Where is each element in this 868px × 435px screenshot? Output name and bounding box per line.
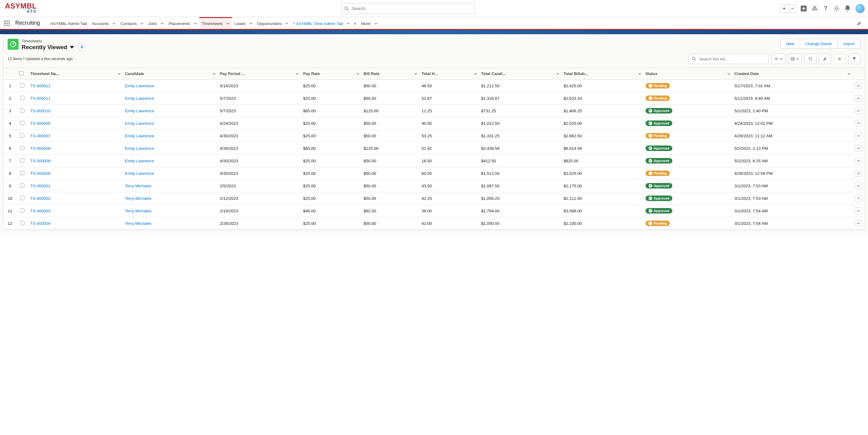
row-actions-button[interactable]: [855, 145, 862, 152]
chevron-down-icon[interactable]: [194, 22, 197, 25]
column-header[interactable]: Total Candi...: [479, 68, 561, 80]
import-button[interactable]: Import: [838, 39, 860, 49]
candidate-link[interactable]: Emily Lawrence: [125, 96, 154, 101]
view-switcher[interactable]: Recently Viewed: [22, 43, 86, 51]
row-actions-button[interactable]: [855, 170, 862, 177]
candidate-link[interactable]: Terry Michaels: [125, 196, 152, 201]
chevron-down-icon[interactable]: [847, 72, 850, 75]
row-actions-button[interactable]: [855, 95, 862, 102]
guidance-icon[interactable]: [811, 5, 818, 12]
chevron-down-icon[interactable]: [347, 22, 350, 25]
candidate-link[interactable]: Emily Lawrence: [125, 121, 154, 126]
global-search[interactable]: [341, 3, 475, 14]
timesheet-link[interactable]: TS-000001: [30, 184, 51, 188]
chevron-down-icon[interactable]: [356, 72, 359, 75]
chevron-down-icon[interactable]: [141, 22, 144, 25]
notifications-icon[interactable]: [844, 5, 851, 12]
timesheet-link[interactable]: TS-000002: [30, 196, 51, 201]
timesheet-link[interactable]: TS-000008: [30, 158, 51, 163]
row-checkbox[interactable]: [20, 83, 24, 88]
timesheet-link[interactable]: TS-000012: [30, 84, 51, 88]
row-checkbox[interactable]: [20, 183, 24, 187]
chevron-down-icon[interactable]: [556, 72, 559, 75]
row-checkbox[interactable]: [20, 171, 24, 175]
chevron-down-icon[interactable]: [414, 72, 417, 75]
column-header[interactable]: Created Date: [732, 68, 852, 80]
edit-nav-icon[interactable]: [854, 21, 865, 26]
nav-tab[interactable]: Placements: [166, 17, 199, 29]
nav-tab[interactable]: Accounts: [90, 17, 118, 29]
row-actions-button[interactable]: [855, 207, 862, 214]
row-actions-button[interactable]: [855, 120, 862, 126]
column-header[interactable]: Pay Rate: [301, 68, 361, 80]
list-search[interactable]: [688, 54, 769, 64]
column-header[interactable]: Candidate: [123, 68, 217, 80]
nav-tab[interactable]: Leads: [232, 17, 255, 29]
timesheet-link[interactable]: TS-000011: [30, 96, 51, 101]
nav-tab[interactable]: * ASYMBL Time Admin Tab✕: [291, 17, 359, 29]
nav-tab[interactable]: More: [359, 17, 380, 29]
row-actions-button[interactable]: [855, 133, 862, 139]
row-checkbox[interactable]: [20, 158, 24, 163]
timesheet-link[interactable]: TS-000007: [30, 134, 51, 138]
row-actions-button[interactable]: [855, 220, 862, 227]
app-launcher[interactable]: [3, 17, 11, 29]
add-icon[interactable]: [800, 5, 807, 12]
candidate-link[interactable]: Emily Lawrence: [125, 134, 154, 138]
row-checkbox[interactable]: [20, 133, 24, 138]
row-checkbox[interactable]: [20, 196, 24, 200]
nav-tab[interactable]: ASYMBL Admin Tab: [48, 17, 90, 29]
chevron-down-icon[interactable]: [212, 72, 215, 75]
row-checkbox[interactable]: [20, 108, 24, 113]
row-checkbox[interactable]: [20, 96, 24, 100]
timesheet-link[interactable]: TS-000010: [30, 109, 51, 113]
chevron-down-icon[interactable]: [727, 72, 730, 75]
settings-icon[interactable]: [833, 5, 840, 12]
candidate-link[interactable]: Terry Michaels: [125, 221, 152, 226]
pin-button[interactable]: [78, 43, 86, 51]
row-actions-button[interactable]: [855, 157, 862, 164]
filter-button[interactable]: [848, 54, 860, 64]
chevron-down-icon[interactable]: [226, 22, 229, 25]
chevron-down-icon[interactable]: [249, 22, 252, 25]
nav-tab[interactable]: Opportunities: [255, 17, 291, 29]
chevron-down-icon[interactable]: [296, 72, 299, 75]
row-checkbox[interactable]: [20, 221, 24, 225]
candidate-link[interactable]: Terry Michaels: [125, 209, 152, 213]
row-actions-button[interactable]: [855, 182, 862, 189]
row-checkbox[interactable]: [20, 208, 24, 213]
global-search-input[interactable]: [352, 6, 475, 11]
candidate-link[interactable]: Emily Lawrence: [125, 171, 154, 176]
chevron-down-icon[interactable]: [474, 72, 477, 75]
chevron-down-icon[interactable]: [113, 22, 116, 25]
change-owner-button[interactable]: Change Owner: [800, 39, 838, 49]
list-search-input[interactable]: [699, 57, 769, 61]
chevron-down-icon[interactable]: [374, 22, 377, 25]
column-header[interactable]: Total H...: [419, 68, 479, 80]
nav-tab[interactable]: Contacts: [118, 17, 146, 29]
timesheet-link[interactable]: TS-000005: [30, 121, 51, 126]
list-settings-button[interactable]: [771, 54, 785, 64]
column-header[interactable]: Timesheet Na...: [28, 68, 123, 80]
select-all-checkbox[interactable]: [19, 71, 24, 75]
favorites-button[interactable]: ★: [780, 4, 796, 13]
column-header[interactable]: Status: [643, 68, 732, 80]
row-checkbox[interactable]: [20, 146, 24, 150]
chevron-down-icon[interactable]: [285, 22, 288, 25]
timesheet-link[interactable]: TS-000004: [30, 221, 51, 226]
chevron-down-icon[interactable]: [638, 72, 641, 75]
refresh-button[interactable]: [804, 54, 816, 64]
candidate-link[interactable]: Emily Lawrence: [125, 109, 154, 113]
chevron-down-icon[interactable]: [118, 72, 121, 75]
help-icon[interactable]: ?: [822, 5, 829, 12]
candidate-link[interactable]: Terry Michaels: [125, 184, 152, 188]
timesheet-link[interactable]: TS-000009: [30, 146, 51, 151]
display-as-button[interactable]: [788, 54, 802, 64]
row-checkbox[interactable]: [20, 121, 24, 125]
row-actions-button[interactable]: [855, 195, 862, 202]
nav-tab[interactable]: Timesheets: [199, 17, 232, 29]
timesheet-link[interactable]: TS-000006: [30, 171, 51, 176]
candidate-link[interactable]: Emily Lawrence: [125, 158, 154, 163]
new-button[interactable]: New: [781, 39, 800, 49]
nav-tab[interactable]: Jobs: [146, 17, 166, 29]
